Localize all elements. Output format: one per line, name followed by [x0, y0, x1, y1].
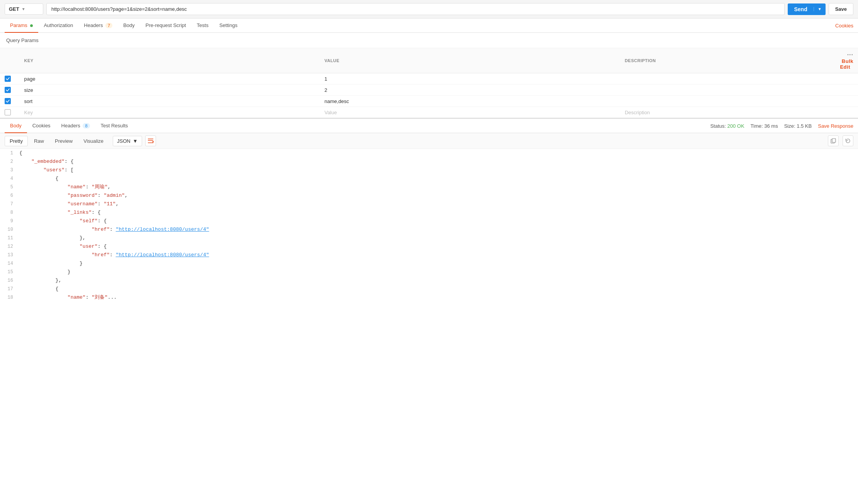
save-response-button[interactable]: Save Response — [818, 123, 853, 129]
format-bar: Pretty Raw Preview Visualize JSON ▼ — [0, 133, 858, 149]
cookies-link[interactable]: Cookies — [835, 19, 853, 32]
col-value: VALUE — [320, 48, 620, 73]
json-line-14: 14 } — [0, 259, 858, 268]
tab-settings[interactable]: Settings — [214, 19, 243, 33]
json-line-8: 8 "_links": { — [0, 208, 858, 217]
response-tabs: Body Cookies Headers 8 Test Results Stat… — [0, 118, 858, 133]
col-description: DESCRIPTION — [620, 48, 835, 73]
bulk-edit-link[interactable]: Bulk Edit — [840, 58, 853, 70]
copy-button[interactable] — [828, 135, 839, 146]
row4-key-placeholder[interactable]: Key — [20, 107, 320, 118]
send-dropdown-arrow[interactable]: ▼ — [814, 7, 826, 11]
row3-value[interactable]: name,desc — [320, 96, 620, 107]
json-line-5: 5 "name": "周瑜", — [0, 183, 858, 191]
table-row: Key Value Description — [0, 107, 858, 118]
params-table: KEY VALUE DESCRIPTION ··· Bulk Edit page… — [0, 48, 858, 118]
json-line-6: 6 "password": "admin", — [0, 191, 858, 200]
status-value: 200 OK — [727, 123, 744, 129]
refresh-button[interactable] — [843, 135, 853, 146]
tab-prerequest[interactable]: Pre-request Script — [140, 19, 192, 33]
more-options-icon[interactable]: ··· — [847, 51, 853, 58]
size-value: 1.5 KB — [797, 123, 812, 129]
table-row: page 1 — [0, 73, 858, 85]
table-row: size 2 — [0, 85, 858, 96]
tab-params[interactable]: Params — [5, 19, 38, 33]
tab-headers[interactable]: Headers 7 — [78, 19, 118, 33]
res-tab-testresults[interactable]: Test Results — [95, 119, 134, 133]
tab-authorization[interactable]: Authorization — [38, 19, 78, 33]
headers-badge: 7 — [105, 23, 112, 28]
format-tab-raw[interactable]: Raw — [29, 136, 49, 146]
json-line-7: 7 "username": "11", — [0, 200, 858, 208]
col-key: KEY — [20, 48, 320, 73]
response-meta: Status: 200 OK Time: 36 ms Size: 1.5 KB … — [710, 123, 853, 129]
json-line-16: 16 }, — [0, 276, 858, 285]
row2-desc[interactable] — [620, 85, 835, 96]
svg-rect-4 — [832, 139, 836, 142]
json-line-17: 17 { — [0, 285, 858, 293]
row3-key[interactable]: sort — [20, 96, 320, 107]
row2-key[interactable]: size — [20, 85, 320, 96]
row4-checkbox[interactable] — [5, 109, 11, 115]
time-value: 36 ms — [764, 123, 778, 129]
url-bar: GET ▼ Send ▼ Save — [0, 0, 858, 19]
col-checkbox — [0, 48, 20, 73]
json-line-4: 4 { — [0, 174, 858, 183]
tab-tests[interactable]: Tests — [192, 19, 214, 33]
res-tab-headers[interactable]: Headers 8 — [56, 119, 95, 133]
row4-value-placeholder[interactable]: Value — [320, 107, 620, 118]
row3-desc[interactable] — [620, 96, 835, 107]
method-selector[interactable]: GET ▼ — [5, 3, 43, 15]
res-tab-cookies[interactable]: Cookies — [27, 119, 56, 133]
params-dot — [30, 24, 33, 27]
json-line-9: 9 "self": { — [0, 217, 858, 225]
json-line-12: 12 "user": { — [0, 242, 858, 251]
row2-value[interactable]: 2 — [320, 85, 620, 96]
row3-checkbox[interactable] — [5, 98, 11, 104]
method-dropdown-arrow: ▼ — [22, 7, 25, 11]
time-label: Time: 36 ms — [751, 123, 778, 129]
row1-desc[interactable] — [620, 73, 835, 85]
send-label: Send — [788, 6, 813, 12]
json-viewer: 1 { 2 "_embedded": { 3 "users": [ 4 { 5 … — [0, 149, 858, 483]
tab-body[interactable]: Body — [118, 19, 140, 33]
method-label: GET — [9, 6, 19, 12]
json-line-13: 13 "href": "http://localhost:8080/users/… — [0, 251, 858, 259]
col-actions: ··· Bulk Edit — [834, 48, 858, 73]
row2-checkbox[interactable] — [5, 87, 11, 93]
query-params-title: Query Params — [0, 33, 858, 48]
url-input[interactable] — [46, 3, 785, 15]
table-row: sort name,desc — [0, 96, 858, 107]
json-line-15: 15 } — [0, 268, 858, 276]
row1-key[interactable]: page — [20, 73, 320, 85]
format-tab-preview[interactable]: Preview — [50, 136, 77, 146]
row4-desc-placeholder[interactable]: Description — [620, 107, 835, 118]
json-line-10: 10 "href": "http://localhost:8080/users/… — [0, 225, 858, 234]
res-tab-body[interactable]: Body — [5, 119, 27, 133]
row1-checkbox[interactable] — [5, 76, 11, 82]
row1-value[interactable]: 1 — [320, 73, 620, 85]
json-line-1: 1 { — [0, 149, 858, 157]
send-button[interactable]: Send ▼ — [788, 3, 825, 15]
format-type-selector[interactable]: JSON ▼ — [113, 136, 142, 146]
status-label: Status: 200 OK — [710, 123, 744, 129]
size-label: Size: 1.5 KB — [784, 123, 812, 129]
format-tab-visualize[interactable]: Visualize — [79, 136, 108, 146]
query-params-section: Query Params KEY VALUE DESCRIPTION ··· B… — [0, 33, 858, 118]
json-line-3: 3 "users": [ — [0, 166, 858, 174]
res-headers-badge: 8 — [83, 123, 90, 129]
request-tabs: Params Authorization Headers 7 Body Pre-… — [0, 19, 858, 33]
json-line-18: 18 "name": "刘备"... — [0, 293, 858, 302]
save-button[interactable]: Save — [829, 3, 853, 15]
json-line-2: 2 "_embedded": { — [0, 157, 858, 166]
format-tab-pretty[interactable]: Pretty — [5, 136, 28, 146]
format-type-label: JSON — [117, 138, 131, 144]
json-line-11: 11 }, — [0, 234, 858, 242]
wrap-lines-button[interactable] — [145, 135, 156, 146]
format-type-arrow: ▼ — [133, 138, 138, 144]
